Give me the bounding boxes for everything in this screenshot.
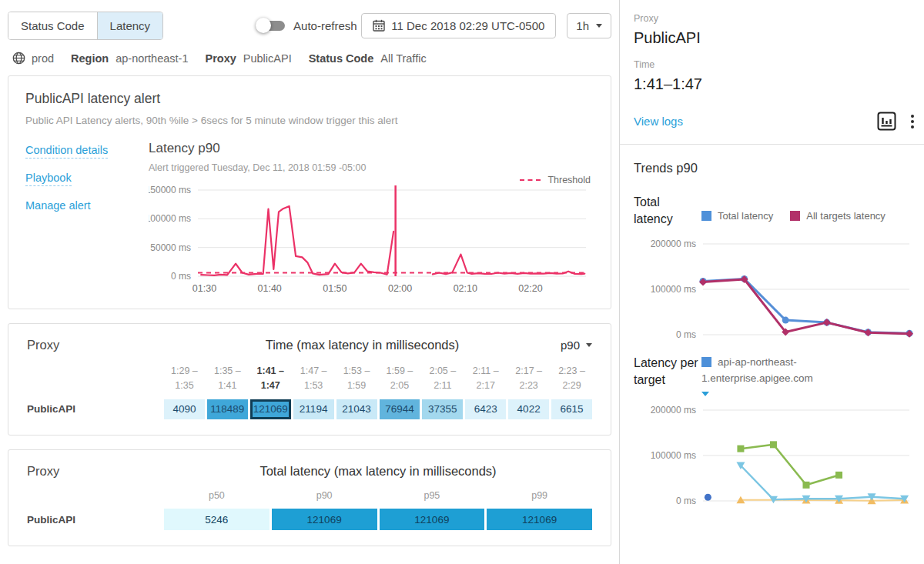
main-panel: Status Code Latency Auto-refresh 11 Dec (0, 0, 619, 564)
legend-swatch-blue (701, 211, 711, 221)
detail-sidebar: Proxy PublicAPI Time 1:41–1:47 View logs… (619, 0, 924, 564)
time-heatmap-card: Proxy Time (max latency in milliseconds)… (8, 323, 611, 436)
svg-text:150000 ms: 150000 ms (149, 185, 191, 195)
filter-region-value[interactable]: ap-northeast-1 (116, 52, 188, 65)
time-range-header: 2:23 –2:29 (551, 364, 592, 393)
sidebar-proxy-value: PublicAPI (634, 29, 916, 47)
alert-title: PublicAPI latency alert (25, 91, 594, 107)
legend-all-targets-latency: All targets latency (790, 210, 886, 222)
heatmap-cell[interactable]: 4022 (508, 399, 549, 419)
total-latency-trend-chart: 0 ms100000 ms200000 ms (634, 227, 916, 344)
chevron-down-icon (586, 343, 592, 347)
globe-icon (12, 52, 25, 65)
bar-chart-icon[interactable] (877, 112, 896, 131)
time-range-header: 1:35 –1:41 (207, 364, 248, 393)
legend-label: All targets latency (806, 210, 886, 222)
legend-label: Total latency (718, 210, 773, 222)
heatmap-cell[interactable]: 4090 (164, 399, 205, 419)
view-logs-link[interactable]: View logs (634, 115, 683, 128)
heatmap-cell[interactable]: 121069 (250, 399, 291, 419)
heatmap-cell[interactable]: 37355 (422, 399, 463, 419)
calendar-icon (373, 19, 385, 32)
svg-text:02:00: 02:00 (388, 283, 412, 294)
auto-refresh-toggle[interactable] (256, 18, 285, 33)
time-range-header: 1:29 –1:35 (164, 364, 205, 393)
threshold-dash-icon (520, 179, 541, 181)
threshold-label: Threshold (547, 175, 591, 185)
heatmap-cell[interactable]: 21043 (336, 399, 377, 419)
percentile-dropdown[interactable]: p90 (561, 339, 592, 352)
heatmap-cell[interactable]: 5246 (164, 509, 270, 530)
latency-p90-chart: 0 ms50000 ms100000 ms150000 ms01:3001:40… (149, 181, 594, 298)
sidebar-proxy-label: Proxy (634, 13, 916, 24)
latency-per-target-legend: api-ap-northeast-1.enterprise.apigee.com (701, 355, 892, 396)
time-range-header: 2:17 –2:23 (508, 364, 549, 393)
tab-status-code[interactable]: Status Code (8, 12, 97, 39)
svg-text:0 ms: 0 ms (676, 329, 696, 340)
row-label-publicapi: PublicAPI (27, 489, 164, 531)
percentile-value: p90 (561, 339, 580, 352)
percentile-header: p90 (272, 489, 377, 503)
condition-details-link[interactable]: Condition details (25, 144, 108, 159)
filter-proxy-label: Proxy (205, 52, 236, 65)
time-table-title: Time (max latency in milliseconds) (164, 338, 561, 352)
percentile-header: p95 (380, 489, 485, 503)
legend-expand-caret-icon[interactable] (701, 392, 709, 396)
heatmap-cell[interactable]: 6615 (551, 399, 592, 419)
filter-proxy-value[interactable]: PublicAPI (243, 52, 292, 65)
legend-total-latency: Total latency (701, 210, 773, 222)
heatmap-cell[interactable]: 121069 (272, 509, 377, 530)
total-latency-card: Proxy Total latency (max latency in mill… (8, 449, 611, 547)
legend-label: api-ap-northeast-1.enterprise.apigee.com (701, 356, 813, 384)
filter-region-label: Region (71, 52, 109, 65)
alert-chart-area: Latency p90 Alert triggered Tuesday, Dec… (149, 141, 594, 298)
total-latency-legend: Total latency All targets latency (701, 205, 916, 227)
more-options-icon[interactable] (909, 113, 916, 130)
percentile-row: 5246121069121069121069 (164, 509, 592, 530)
filter-breadcrumb: prod Region ap-northeast-1 Proxy PublicA… (12, 52, 608, 65)
percentile-header: p99 (487, 489, 592, 503)
alert-chart-title: Latency p90 (149, 141, 594, 156)
trends-title: Trends p90 (634, 161, 916, 175)
row-label-publicapi: PublicAPI (27, 364, 164, 419)
heatmap-cell[interactable]: 21194 (293, 399, 334, 419)
svg-text:01:40: 01:40 (258, 283, 282, 294)
time-heatmap-row: 4090118489121069211942104376944373556423… (164, 399, 592, 419)
time-range-header: 1:41 –1:47 (250, 364, 291, 393)
time-range-dropdown[interactable]: 1h (567, 13, 611, 38)
total-latency-chart-label: Total latency (634, 194, 701, 227)
time-range-header: 2:11 –2:17 (465, 364, 506, 393)
heatmap-cell[interactable]: 6423 (465, 399, 506, 419)
alert-card: PublicAPI latency alert Public API Laten… (8, 75, 611, 309)
svg-text:0 ms: 0 ms (171, 271, 191, 282)
heatmap-cell[interactable]: 118489 (207, 399, 248, 419)
proxy-column-title: Proxy (27, 464, 164, 479)
heatmap-cell[interactable]: 121069 (487, 509, 592, 530)
alert-description: Public API Latency alerts, 90th %ile > 6… (25, 115, 594, 126)
filter-status-code-value[interactable]: All Traffic (380, 52, 426, 65)
heatmap-cell[interactable]: 121069 (380, 509, 485, 530)
alert-chart-subtitle: Alert triggered Tuesday, Dec 11, 2018 01… (149, 162, 594, 173)
date-picker-button[interactable]: 11 Dec 2018 02:29 UTC-0500 (361, 13, 556, 38)
percentile-header: p50 (164, 489, 270, 503)
environment-name[interactable]: prod (32, 52, 54, 65)
svg-text:200000 ms: 200000 ms (651, 239, 696, 249)
playbook-link[interactable]: Playbook (25, 172, 72, 186)
manage-alert-link[interactable]: Manage alert (25, 199, 91, 212)
sidebar-time-label: Time (634, 59, 916, 70)
svg-text:100000 ms: 100000 ms (651, 284, 696, 295)
sidebar-time-value: 1:41–1:47 (634, 75, 916, 93)
tab-latency[interactable]: Latency (97, 12, 163, 39)
time-range-header: 1:59 –2:05 (380, 364, 420, 393)
svg-text:200000 ms: 200000 ms (651, 405, 696, 415)
svg-text:01:30: 01:30 (192, 283, 216, 294)
legend-swatch-blue (701, 357, 711, 367)
heatmap-cell[interactable]: 76944 (380, 399, 420, 419)
time-column-headers: 1:29 –1:351:35 –1:411:41 –1:471:47 –1:53… (164, 364, 592, 393)
time-range-header: 1:47 –1:53 (293, 364, 334, 393)
alert-links: Condition details Playbook Manage alert (25, 141, 149, 298)
auto-refresh-control: Auto-refresh (256, 18, 357, 33)
svg-text:01:50: 01:50 (323, 283, 346, 294)
legend-swatch-crimson (790, 211, 800, 221)
metric-tab-group: Status Code Latency (8, 12, 163, 40)
